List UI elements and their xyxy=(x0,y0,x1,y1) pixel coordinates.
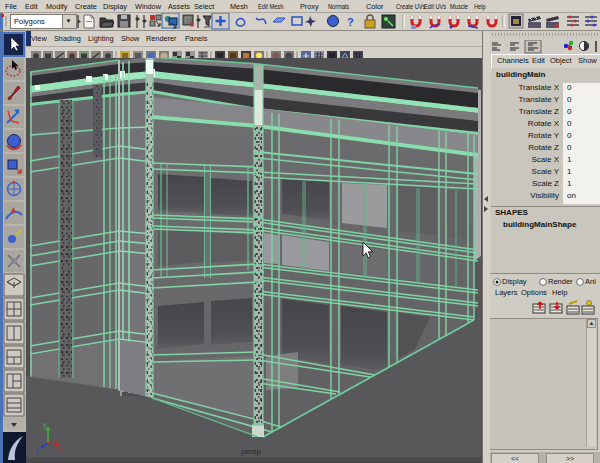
svg-text:y: y xyxy=(43,421,47,429)
svg-text:z: z xyxy=(35,447,39,454)
svg-text:?: ? xyxy=(347,16,354,28)
svg-text:persp: persp xyxy=(241,447,262,456)
svg-text:x: x xyxy=(59,445,63,452)
